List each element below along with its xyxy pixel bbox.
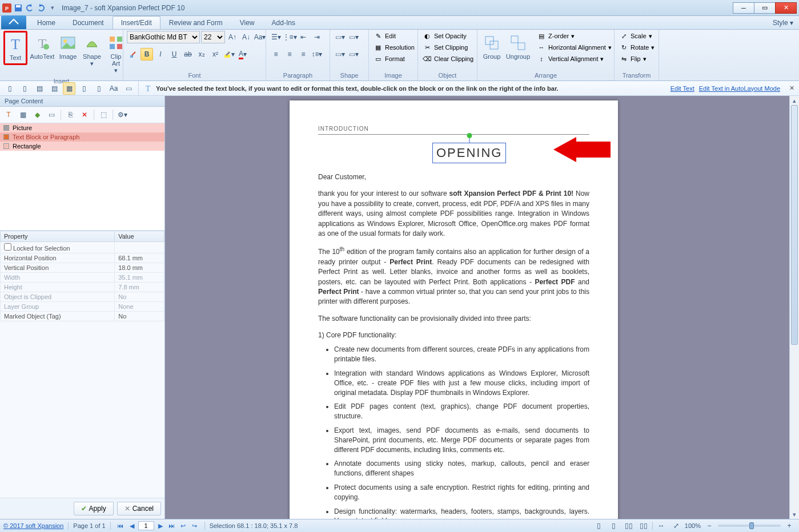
prop-value[interactable]: No xyxy=(115,292,164,302)
comments-icon[interactable]: ▭ xyxy=(122,82,135,95)
panel-image-icon[interactable]: ▦ xyxy=(17,108,29,121)
content-item[interactable]: Picture xyxy=(0,123,164,132)
qat-dropdown-icon[interactable]: ▾ xyxy=(48,3,57,13)
highlight-icon[interactable]: ▾ xyxy=(223,48,235,61)
prop-value[interactable]: 35.1 mm xyxy=(115,273,164,283)
panel-delete-icon[interactable]: ✕ xyxy=(78,108,91,121)
undo-icon[interactable] xyxy=(25,3,34,13)
scroll-down-icon[interactable]: ▾ xyxy=(790,510,799,519)
prop-value[interactable]: None xyxy=(115,302,164,312)
content-item[interactable]: Rectangle xyxy=(0,142,164,151)
image-format-button[interactable]: ▭Format xyxy=(372,54,416,64)
view-facing-icon[interactable]: ▯▯ xyxy=(623,519,635,532)
tab-home[interactable]: Home xyxy=(29,16,64,29)
tab-review-and-form[interactable]: Review and Form xyxy=(160,16,231,29)
prop-value[interactable]: No xyxy=(115,312,164,321)
insert-text-button[interactable]: TText xyxy=(3,31,27,65)
apply-button[interactable]: ✔Apply xyxy=(74,502,114,515)
bold-icon[interactable]: B xyxy=(140,48,153,61)
zoom-slider[interactable] xyxy=(718,525,781,527)
page-number-input[interactable] xyxy=(138,521,154,530)
valign-button[interactable]: ↕Vertical Alignment ▾ xyxy=(536,54,613,64)
view-single-icon[interactable]: ▯ xyxy=(593,519,605,532)
fields-icon[interactable]: Aa xyxy=(107,82,120,95)
fit-page-icon[interactable]: ⤢ xyxy=(670,519,682,532)
prop-value[interactable] xyxy=(115,242,164,253)
halign-button[interactable]: ↔Horizontal Alignment ▾ xyxy=(536,42,613,53)
zorder-button[interactable]: ▤Z-order ▾ xyxy=(536,31,613,41)
scroll-thumb[interactable] xyxy=(791,105,798,345)
edit-autolayout-link[interactable]: Edit Text in AutoLayout Mode xyxy=(699,85,780,92)
first-page-icon[interactable]: ⏮ xyxy=(115,521,126,530)
subscript-icon[interactable]: x₂ xyxy=(195,48,208,61)
application-menu-button[interactable] xyxy=(1,15,26,29)
clear-clipping-button[interactable]: ⌫Clear Clipping xyxy=(421,54,475,64)
shape-outline-icon[interactable]: ▭▾ xyxy=(347,31,360,43)
bookmarks-icon[interactable]: ▤ xyxy=(33,82,46,95)
cancel-button[interactable]: ✕Cancel xyxy=(117,502,161,515)
tab-document[interactable]: Document xyxy=(64,16,113,29)
shape-style-icon[interactable]: ▭▾ xyxy=(334,48,346,61)
prev-page-icon[interactable]: ◀ xyxy=(127,521,137,530)
flip-button[interactable]: ⇋Flip ▾ xyxy=(618,54,656,64)
panel-copy-icon[interactable]: ⎘ xyxy=(64,108,77,121)
shape-fill-icon[interactable]: ▭▾ xyxy=(334,31,346,43)
tab-add-ins[interactable]: Add-Ins xyxy=(263,16,304,29)
content-item[interactable]: Text Block or Paragraph xyxy=(0,132,164,142)
save-icon[interactable] xyxy=(14,3,23,13)
align-right-icon[interactable]: ≡ xyxy=(297,48,310,61)
nav-back-icon[interactable]: ↩ xyxy=(178,521,188,530)
align-center-icon[interactable]: ≡ xyxy=(283,48,296,61)
vertical-scrollbar[interactable]: ▴ ▾ xyxy=(789,96,799,519)
rotate-handle-icon[interactable] xyxy=(467,133,472,138)
shrink-font-icon[interactable]: A↓ xyxy=(240,31,252,43)
numbering-icon[interactable]: ⋮≡▾ xyxy=(283,31,296,43)
layers-icon[interactable]: ▤ xyxy=(48,82,61,95)
prop-value[interactable]: 68.1 mm xyxy=(115,253,164,263)
insert-image-button[interactable]: Image xyxy=(57,31,79,63)
prop-value[interactable]: 18.0 mm xyxy=(115,263,164,273)
group-button[interactable]: Group xyxy=(481,31,503,63)
content-icon[interactable]: ▦ xyxy=(63,82,75,95)
superscript-icon[interactable]: x² xyxy=(209,48,222,61)
image-resolution-button[interactable]: ▦Resolution xyxy=(372,42,416,53)
page-thumbs-icon[interactable]: ▯ xyxy=(3,82,16,95)
last-page-icon[interactable]: ⏭ xyxy=(167,521,177,530)
line-spacing-icon[interactable]: ↕≡▾ xyxy=(311,48,323,61)
close-button[interactable]: ✕ xyxy=(775,2,797,14)
selected-text-block[interactable]: Opening xyxy=(432,143,506,163)
view-continuous-icon[interactable]: ▯ xyxy=(608,519,620,532)
signatures-icon[interactable]: ▯ xyxy=(93,82,105,95)
underline-icon[interactable]: U xyxy=(168,48,180,61)
panel-select-icon[interactable]: ⬚ xyxy=(97,108,110,121)
font-size-select[interactable]: 22 xyxy=(201,31,225,43)
info-close-icon[interactable]: ✕ xyxy=(785,84,799,92)
maximize-button[interactable]: ▭ xyxy=(754,2,776,14)
indent-dec-icon[interactable]: ⇤ xyxy=(297,31,310,43)
zoom-out-icon[interactable]: − xyxy=(703,519,716,532)
change-case-icon[interactable]: Aa▾ xyxy=(254,31,266,43)
insert-shape-button[interactable]: Shape▾ xyxy=(81,31,103,70)
indent-inc-icon[interactable]: ⇥ xyxy=(311,31,323,43)
prop-value[interactable]: 7.8 mm xyxy=(115,283,164,292)
panel-text-icon[interactable]: T xyxy=(2,108,15,121)
scroll-up-icon[interactable]: ▴ xyxy=(790,96,799,105)
tab-insert-edit[interactable]: Insert/Edit xyxy=(113,16,160,29)
minimize-button[interactable]: ─ xyxy=(733,2,754,14)
redo-icon[interactable] xyxy=(37,3,46,13)
image-edit-button[interactable]: ✎Edit xyxy=(372,31,416,41)
tab-view[interactable]: View xyxy=(231,16,263,29)
scale-button[interactable]: ⤢Scale ▾ xyxy=(618,31,656,41)
next-page-icon[interactable]: ▶ xyxy=(155,521,166,530)
align-left-icon[interactable]: ≡ xyxy=(270,48,282,61)
copyright-link[interactable]: © 2017 soft Xpansion xyxy=(3,522,63,529)
font-color-icon[interactable]: A▾ xyxy=(236,48,249,61)
zoom-in-icon[interactable]: + xyxy=(783,519,796,532)
italic-icon[interactable]: I xyxy=(154,48,167,61)
bullets-icon[interactable]: ☰▾ xyxy=(270,31,282,43)
strike-icon[interactable]: ab xyxy=(182,48,194,61)
document-canvas[interactable]: INTRODUCTION Opening Dear Customer, than… xyxy=(165,96,799,519)
view-book-icon[interactable]: ▯▯ xyxy=(637,519,650,532)
locked-checkbox[interactable] xyxy=(4,243,11,251)
panel-settings-icon[interactable]: ⚙▾ xyxy=(116,108,129,121)
